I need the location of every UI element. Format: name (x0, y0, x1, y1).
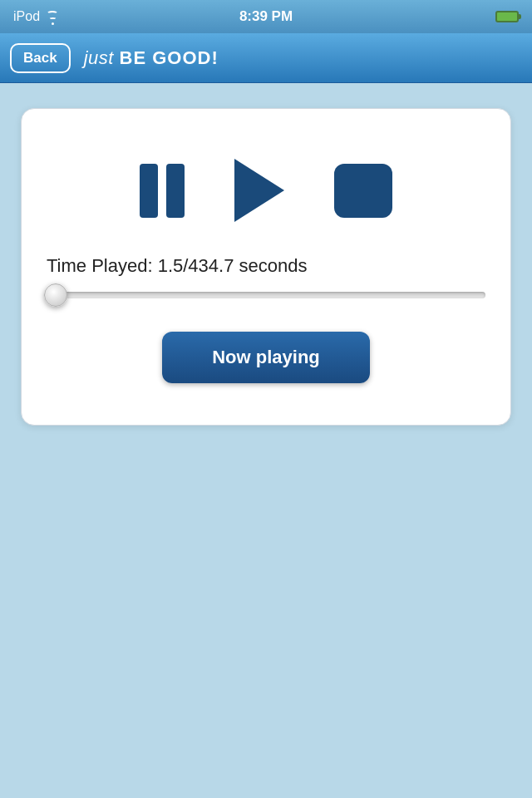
pause-bar-right (166, 164, 185, 218)
slider-thumb[interactable] (44, 283, 67, 307)
media-controls (47, 159, 485, 222)
pause-button[interactable] (140, 164, 185, 218)
progress-slider-container[interactable] (47, 292, 485, 298)
slider-track (47, 292, 485, 298)
nav-title-italic: just (84, 47, 120, 68)
nav-title-bold: BE GOOD! (120, 47, 219, 68)
play-button[interactable] (234, 159, 284, 222)
pause-icon (140, 164, 185, 218)
status-time: 8:39 PM (239, 8, 293, 25)
status-left: iPod (13, 9, 58, 25)
pause-bar-left (140, 164, 158, 218)
main-content: Time Played: 1.5/434.7 seconds Now playi… (0, 83, 532, 798)
time-info: Time Played: 1.5/434.7 seconds (47, 255, 485, 277)
stop-button[interactable] (334, 164, 392, 218)
nav-bar: Back just BE GOOD! (0, 33, 532, 83)
device-label: iPod (13, 9, 40, 24)
back-button[interactable]: Back (10, 43, 71, 73)
nav-title: just BE GOOD! (84, 47, 219, 69)
player-card: Time Played: 1.5/434.7 seconds Now playi… (21, 108, 511, 426)
now-playing-button[interactable]: Now playing (162, 332, 370, 383)
status-bar: iPod 8:39 PM (0, 0, 532, 33)
stop-icon (334, 164, 392, 218)
status-right (495, 11, 519, 22)
play-icon (234, 159, 284, 222)
battery-icon (495, 11, 519, 22)
wifi-icon (47, 9, 58, 25)
